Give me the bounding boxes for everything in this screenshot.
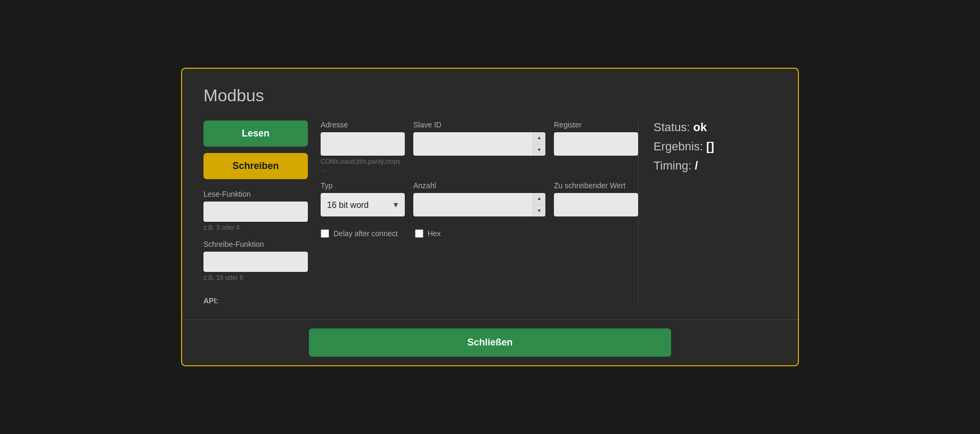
ergebnis-value: [] — [706, 140, 714, 153]
anzahl-up[interactable]: ▲ — [533, 193, 545, 205]
adresse-hint: COMx,baud,bits,parity,stops ... — [321, 158, 405, 173]
timing-line: Timing: / — [654, 159, 777, 173]
center-panel: Adresse COMx,baud,bits,parity,stops ... … — [321, 120, 638, 307]
typ-select[interactable]: 16 bit word 8 bit 32 bit float 32 bit in… — [321, 193, 405, 216]
anzahl-label: Anzahl — [413, 181, 545, 190]
anzahl-group: Anzahl 1 ▲ ▼ — [413, 181, 545, 216]
adresse-group: Adresse COMx,baud,bits,parity,stops ... — [321, 120, 405, 173]
slave-id-field[interactable]: 1 ▲ ▼ — [413, 132, 545, 156]
hex-checkbox-label[interactable]: Hex — [415, 229, 441, 238]
delay-after-connect-label: Delay after connect — [333, 229, 398, 238]
status-value: ok — [693, 120, 707, 134]
status-prefix: Status: — [654, 120, 693, 134]
timing-prefix: Timing: — [654, 159, 695, 172]
slave-id-label: Slave ID — [413, 120, 545, 129]
schreibe-funktion-label: Schreibe-Funktion — [203, 240, 308, 248]
register-group: Register 1000 — [554, 120, 638, 173]
row-typ: Typ 16 bit word 8 bit 32 bit float 32 bi… — [321, 181, 638, 216]
anzahl-field[interactable]: 1 ▲ ▼ — [413, 193, 545, 216]
status-line: Status: ok — [654, 120, 777, 134]
anzahl-down[interactable]: ▼ — [533, 205, 545, 217]
lesen-button[interactable]: Lesen — [203, 120, 308, 147]
register-input[interactable]: 1000 — [554, 132, 638, 156]
left-panel: Lesen Schreiben Lese-Funktion 3 ▲ ▼ z.B.… — [203, 120, 321, 307]
register-label: Register — [554, 120, 638, 129]
schreibe-funktion-field[interactable]: 16 ▲ ▼ — [203, 252, 308, 272]
ergebnis-line: Ergebnis: [] — [654, 140, 777, 154]
slave-id-input[interactable]: 1 — [413, 139, 533, 149]
slave-id-down[interactable]: ▼ — [533, 144, 545, 156]
schreibe-funktion-input[interactable]: 16 — [203, 257, 308, 267]
anzahl-spinner: ▲ ▼ — [533, 193, 545, 216]
footer: Schließen — [182, 320, 798, 365]
typ-label: Typ — [321, 181, 405, 190]
timing-value: / — [695, 159, 698, 172]
slave-id-spinner: ▲ ▼ — [533, 132, 545, 156]
lese-funktion-input[interactable]: 3 — [203, 207, 308, 216]
slave-id-group: Slave ID 1 ▲ ▼ — [413, 120, 545, 173]
delay-after-connect-checkbox-label[interactable]: Delay after connect — [321, 229, 398, 238]
typ-group: Typ 16 bit word 8 bit 32 bit float 32 bi… — [321, 181, 405, 216]
api-label: API: — [203, 296, 308, 305]
hex-label: Hex — [428, 229, 441, 238]
schreiben-button[interactable]: Schreiben — [203, 153, 308, 179]
ergebnis-prefix: Ergebnis: — [654, 140, 706, 153]
zu-schreibender-wert-input[interactable]: 0 — [554, 193, 638, 216]
anzahl-input[interactable]: 1 — [413, 200, 533, 210]
dialog-content: Modbus Lesen Schreiben Lese-Funktion 3 ▲… — [182, 69, 798, 319]
main-area: Lesen Schreiben Lese-Funktion 3 ▲ ▼ z.B.… — [203, 120, 777, 307]
page-title: Modbus — [203, 86, 777, 106]
adresse-label: Adresse — [321, 120, 405, 129]
row-adresse: Adresse COMx,baud,bits,parity,stops ... … — [321, 120, 638, 173]
adresse-input[interactable] — [321, 132, 405, 156]
slave-id-up[interactable]: ▲ — [533, 132, 545, 144]
right-panel: Status: ok Ergebnis: [] Timing: / — [638, 120, 777, 307]
zu-schreibender-wert-group: Zu schreibender Wert 0 — [554, 181, 638, 216]
delay-after-connect-checkbox[interactable] — [321, 229, 329, 238]
zu-schreibender-wert-label: Zu schreibender Wert — [554, 181, 638, 190]
modbus-dialog: Modbus Lesen Schreiben Lese-Funktion 3 ▲… — [181, 68, 799, 366]
lese-funktion-label: Lese-Funktion — [203, 190, 308, 198]
lese-funktion-hint: z.B. 3 oder 4 — [203, 224, 308, 231]
checkboxes-row: Delay after connect Hex — [321, 229, 638, 238]
schliessen-button[interactable]: Schließen — [309, 328, 671, 357]
lese-funktion-field[interactable]: 3 ▲ ▼ — [203, 202, 308, 222]
schreibe-funktion-hint: z.B. 16 oder 6 — [203, 274, 308, 282]
hex-checkbox[interactable] — [415, 229, 423, 238]
typ-select-wrapper[interactable]: 16 bit word 8 bit 32 bit float 32 bit in… — [321, 193, 405, 216]
